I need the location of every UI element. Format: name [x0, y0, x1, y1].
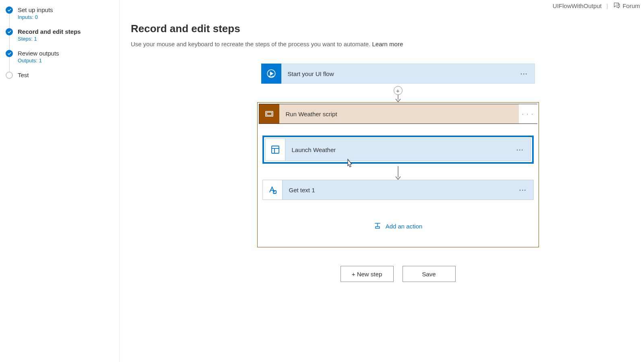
flow-canvas: Start your UI flow ··· + [131, 64, 644, 282]
start-label: Start your UI flow [288, 70, 334, 77]
bottom-actions: + New step Save [261, 266, 535, 282]
new-step-button[interactable]: + New step [341, 266, 394, 282]
action-label: Launch Weather [292, 146, 336, 153]
scope-header[interactable]: Run Weather script · · · [259, 104, 537, 124]
save-button[interactable]: Save [402, 266, 456, 282]
add-action-label: Add an action [386, 223, 423, 230]
sidebar-item-title: Test [18, 72, 29, 78]
sidebar: Set up inputs Inputs: 0 Record and edit … [0, 0, 120, 362]
flow-name: UIFlowWithOutput [553, 2, 602, 9]
divider: | [607, 2, 608, 9]
sidebar-item-sub: Inputs: 0 [18, 14, 53, 20]
svg-rect-12 [376, 227, 380, 228]
sidebar-item-sub: Steps: 1 [18, 36, 81, 42]
empty-circle-icon [6, 72, 13, 79]
scope-run-weather-script: Run Weather script · · · [257, 102, 539, 247]
more-icon[interactable]: ··· [519, 187, 527, 193]
page-subtitle: Use your mouse and keyboard to recreate … [131, 41, 644, 47]
svg-rect-3 [266, 112, 272, 115]
check-icon [6, 6, 13, 14]
more-icon[interactable]: · · · [519, 104, 537, 123]
add-action-button[interactable]: Add an action [374, 222, 423, 231]
check-icon [6, 28, 13, 35]
sidebar-item-title: Review outputs [18, 50, 59, 57]
start-ui-flow-step[interactable]: Start your UI flow ··· [261, 64, 535, 84]
more-icon[interactable]: ··· [516, 146, 524, 153]
text-icon [262, 180, 283, 200]
connector [394, 164, 402, 180]
action-launch-weather[interactable]: Launch Weather ··· [262, 136, 534, 164]
add-step-inline-button[interactable]: + [394, 86, 402, 95]
svg-rect-4 [272, 146, 279, 153]
chat-icon [613, 2, 620, 10]
scope-title: Run Weather script [286, 111, 337, 117]
play-circle-icon [261, 64, 281, 84]
page-title: Record and edit steps [131, 23, 644, 35]
connector: + [261, 84, 535, 102]
forum-label: Forum [623, 2, 640, 9]
scope-icon [259, 104, 279, 123]
more-icon[interactable]: ··· [520, 70, 528, 77]
main: Record and edit steps Use your mouse and… [120, 0, 644, 362]
insert-action-icon [374, 222, 382, 231]
action-get-text-1[interactable]: Get text 1 ··· [262, 180, 534, 200]
arrow-down-icon [394, 166, 402, 180]
check-icon [6, 50, 13, 57]
window-icon [265, 138, 285, 161]
sidebar-item-record-edit[interactable]: Record and edit steps Steps: 1 [6, 27, 114, 48]
forum-link[interactable]: Forum [613, 2, 640, 10]
sidebar-item-sub: Outputs: 1 [18, 58, 59, 64]
learn-more-link[interactable]: Learn more [372, 41, 403, 47]
sidebar-item-title: Set up inputs [18, 6, 53, 13]
sidebar-item-title: Record and edit steps [18, 28, 81, 35]
sidebar-item-setup-inputs[interactable]: Set up inputs Inputs: 0 [6, 5, 114, 27]
sidebar-item-review-outputs[interactable]: Review outputs Outputs: 1 [6, 48, 114, 70]
action-label: Get text 1 [289, 187, 315, 193]
sidebar-item-test[interactable]: Test [6, 70, 114, 85]
subtitle-text: Use your mouse and keyboard to recreate … [131, 41, 372, 47]
